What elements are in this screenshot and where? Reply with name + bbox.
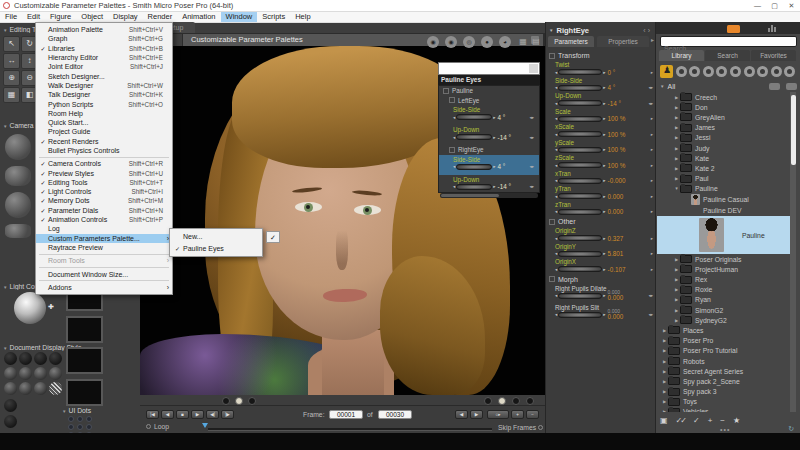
menu-item-addons[interactable]: Addons› (36, 283, 172, 292)
add-icon[interactable]: + (708, 416, 713, 425)
dial-menu-icon[interactable]: ▸ (651, 70, 653, 75)
view-dot[interactable] (512, 397, 520, 405)
palette-group-pauline[interactable]: Pauline (439, 86, 539, 96)
render-camera-icon[interactable]: ◉ (427, 36, 439, 48)
section-checkbox[interactable] (549, 276, 555, 282)
display-style-sphere[interactable] (49, 367, 62, 380)
camera-dolly-control[interactable] (5, 224, 31, 238)
dial-decrement-arrow[interactable]: ◂ (555, 178, 557, 183)
ui-dot[interactable] (86, 424, 92, 430)
step-back-button[interactable]: ◀| (206, 410, 219, 419)
palette-group-lefteye[interactable]: LeftEye (439, 96, 539, 106)
display-style-sphere[interactable] (34, 367, 47, 380)
dial-slider[interactable] (558, 266, 602, 272)
dial-menu-icon[interactable]: ▸ (651, 178, 653, 183)
render-dot-icon[interactable]: ● (481, 36, 493, 48)
menubar-item-window[interactable]: Window (221, 12, 258, 22)
dial-increment-arrow[interactable]: ▸ (493, 164, 495, 169)
menu-item-project-guide[interactable]: Project Guide (36, 127, 172, 136)
dial-menu-icon[interactable]: ▸ (651, 209, 653, 214)
first-frame-button[interactable]: |◀ (146, 410, 159, 419)
ui-dot[interactable] (68, 424, 74, 430)
keyframe-icon[interactable]: ◂▸ (529, 164, 534, 169)
library-item[interactable]: ▶Creech (657, 92, 790, 102)
section-header-morph[interactable]: Morph (546, 274, 656, 285)
dial-decrement-arrow[interactable]: ◂ (555, 116, 557, 121)
dial-increment-arrow[interactable]: ▸ (493, 115, 495, 120)
selected-element-title[interactable]: RightEye (556, 26, 589, 35)
dial-increment-arrow[interactable]: ▸ (603, 209, 605, 214)
dial-slider[interactable] (558, 69, 602, 75)
view-dot[interactable] (235, 397, 243, 405)
library-item[interactable]: ▶Kate 2 (657, 163, 790, 173)
panel-resize-handle[interactable]: ••• (720, 426, 730, 433)
materials-category-icon[interactable] (771, 66, 782, 77)
library-item[interactable]: ▶GreyAlien (657, 112, 790, 122)
element-nav-arrows[interactable]: ‹› (643, 27, 652, 34)
menu-item-camera-controls[interactable]: ✓Camera ControlsShift+Ctrl+R (36, 159, 172, 168)
render-memory-frame[interactable] (66, 379, 103, 406)
library-item[interactable]: ▶Robots (657, 356, 790, 366)
tree-collapsed-icon[interactable]: ▶ (673, 135, 680, 140)
keyframe-icon[interactable]: ◂▸ (648, 312, 653, 317)
dial-slider[interactable] (558, 178, 602, 184)
dial-decrement-arrow[interactable]: ◂ (453, 184, 455, 189)
dial-slider[interactable] (558, 193, 602, 199)
tree-collapsed-icon[interactable]: ▶ (673, 146, 680, 151)
menu-item-recent-renders[interactable]: ✓Recent Renders (36, 137, 172, 146)
dial-slider[interactable] (558, 235, 602, 241)
sync-icon[interactable] (769, 83, 780, 90)
expressions-category-icon[interactable] (689, 66, 700, 77)
library-item[interactable]: ▶Spy pack 2_Scene (657, 376, 790, 386)
tree-collapsed-icon[interactable]: ▶ (673, 308, 680, 313)
dial-decrement-arrow[interactable]: ◂ (453, 135, 455, 140)
display-style-sphere[interactable] (4, 382, 17, 395)
library-item[interactable]: ▶Toys (657, 397, 790, 407)
render-memory-frame[interactable] (66, 347, 103, 374)
dial-increment-arrow[interactable]: ▸ (493, 135, 495, 140)
display-style-sphere[interactable] (34, 382, 47, 395)
dial-slider[interactable] (558, 147, 602, 153)
dial-increment-arrow[interactable]: ▸ (603, 194, 605, 199)
tree-collapsed-icon[interactable]: ▶ (673, 105, 680, 110)
library-item[interactable]: ▼Pauline (657, 184, 790, 194)
dial-decrement-arrow[interactable]: ◂ (555, 101, 557, 106)
dial-increment-arrow[interactable]: ▸ (603, 293, 605, 298)
library-item[interactable]: ▶Judy (657, 143, 790, 153)
dial-menu-icon[interactable]: ▸ (651, 132, 653, 137)
group-checkbox[interactable] (443, 88, 449, 94)
tree-collapsed-icon[interactable]: ▶ (661, 399, 668, 404)
dial-menu-icon[interactable]: ▸ (651, 251, 653, 256)
ui-dot[interactable] (68, 416, 74, 422)
keyframe-icon[interactable]: ◂▸ (648, 85, 653, 90)
menubar-item-animation[interactable]: Animation (177, 12, 220, 22)
close-button[interactable]: ✕ (783, 2, 800, 10)
menubar-item-render[interactable]: Render (143, 12, 178, 22)
submenu-item-new[interactable]: New... (170, 230, 262, 243)
figures-category-icon[interactable] (660, 65, 673, 78)
dial-slider[interactable] (558, 251, 602, 257)
menubar-item-edit[interactable]: Edit (22, 12, 45, 22)
hair-category-icon[interactable] (703, 66, 714, 77)
add-light-icon[interactable]: ✚ (48, 303, 54, 311)
keyframe-icon[interactable]: ◂▸ (648, 293, 653, 298)
editing-tool-icon[interactable]: ⊕ (3, 70, 20, 86)
check-all-icon[interactable]: ✓✓ (676, 416, 685, 425)
menubar-item-help[interactable]: Help (290, 12, 315, 22)
dial-increment-arrow[interactable]: ▸ (603, 163, 605, 168)
menu-item-graph[interactable]: GraphShift+Ctrl+G (36, 34, 172, 43)
dial-slider[interactable] (456, 114, 492, 120)
render-settings-icon[interactable]: ▦ (517, 36, 529, 48)
library-item[interactable]: ▶James (657, 123, 790, 133)
menu-item-animation-controls[interactable]: ✓Animation ControlsShift+Ctrl+P (36, 215, 172, 224)
dial-decrement-arrow[interactable]: ◂ (555, 312, 557, 317)
tree-collapsed-icon[interactable]: ▶ (661, 348, 668, 353)
library-tab-favorites[interactable]: Favorites (751, 50, 796, 61)
library-item[interactable]: ▶Secret Agent Series (657, 366, 790, 376)
camera-control-pad[interactable] (5, 166, 31, 186)
view-dot[interactable] (248, 397, 256, 405)
display-style-sphere[interactable] (4, 352, 17, 365)
library-item[interactable]: ▶ProjectHuman (657, 264, 790, 274)
add-key-button[interactable]: + (511, 410, 524, 419)
dial-slider[interactable] (558, 312, 602, 318)
